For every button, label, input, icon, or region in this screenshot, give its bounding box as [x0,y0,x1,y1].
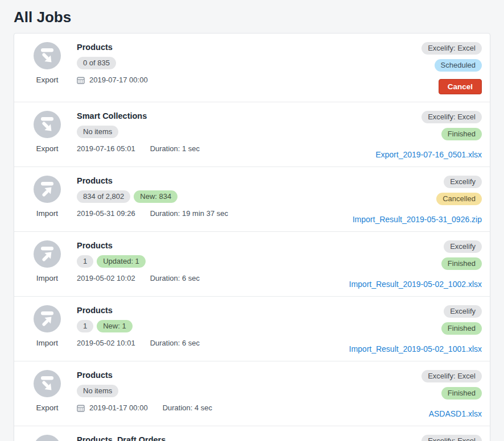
job-row: Export Products, Draft Orders 4 2019-01-… [14,426,490,441]
job-main-column: Products 0 of 835 2019-07-17 00:00 [77,41,422,94]
job-type-label: Export [36,403,58,412]
job-date-row: 2019-05-02 10:01 Duration: 6 sec [77,338,349,348]
count-badge: 0 of 835 [77,57,116,69]
job-right-column: Excelify Finished Import_Result_2019-05-… [349,304,482,353]
job-main-column: Products, Draft Orders 4 2019-01-16 00:0… [77,434,375,441]
status-badge: Finished [441,128,482,140]
job-main-column: Products No items 2019-01-17 00:00 Durat… [77,369,422,418]
count-badge: No items [77,126,118,138]
result-file-link[interactable]: ASDASD1.xlsx [429,409,482,418]
job-title: Products [77,176,353,185]
job-title: Smart Collections [77,111,375,120]
job-count-badges: 834 of 2,802New: 834 [77,190,353,203]
job-count-badges: 0 of 835 [77,57,422,69]
count-badge: 1 [77,255,93,268]
format-badge: Excelify [444,305,482,318]
job-row: Import Products 1New: 1 2019-05-02 10:01 [14,297,490,361]
job-icon-column: Import [27,239,68,289]
job-icon-column: Export [27,434,68,441]
format-badge: Excelify: Excel [422,435,482,441]
job-title: Products [77,371,422,380]
job-duration: Duration: 6 sec [150,339,200,347]
job-duration: Duration: 19 min 37 sec [150,209,228,218]
result-file-link[interactable]: Import_Result_2019-05-02_1002.xlsx [349,280,482,289]
export-arrow-icon [34,111,61,138]
job-main-column: Products 1Updated: 1 2019-05-02 10:02 Du… [77,239,349,289]
job-type-label: Import [36,339,58,347]
job-count-badges: 1New: 1 [77,320,349,332]
job-type-label: Export [36,144,58,153]
job-right-column: Excelify: Excel Finished ASDASD1.xlsx [422,369,482,418]
job-title: Products [77,43,422,52]
job-right-column: Excelify: Excel Finished Export_2019-01-… [375,434,482,441]
job-title: Products [77,241,349,250]
job-date-row: 2019-05-02 10:02 Duration: 6 sec [77,273,349,284]
import-arrow-icon [34,176,61,203]
job-type-label: Export [36,76,58,84]
export-arrow-icon [34,435,61,441]
job-datetime: 2019-05-02 10:01 [77,339,135,347]
job-date-row: 2019-07-16 05:01 Duration: 1 sec [77,143,375,154]
status-badge: Cancelled [436,193,482,205]
export-arrow-icon [34,42,61,69]
job-right-column: Excelify: Excel Finished Export_2019-07-… [375,110,482,159]
calendar-icon [77,404,85,412]
format-badge: Excelify: Excel [422,370,482,382]
count-badge: 834 of 2,802 [77,190,130,203]
result-file-link[interactable]: Import_Result_2019-05-31_0926.zip [353,215,482,224]
job-datetime: 2019-05-31 09:26 [77,209,135,218]
job-main-column: Products 834 of 2,802New: 834 2019-05-31… [77,174,353,224]
job-right-column: Excelify: Excel Scheduled Cancel [422,41,482,94]
job-count-badges: No items [77,126,375,138]
job-datetime: 2019-05-02 10:02 [77,274,135,282]
count-badge: 1 [77,320,93,332]
count-badge: No items [77,385,118,397]
import-arrow-icon [34,240,61,268]
job-row: Export Smart Collections No items 2019-0… [14,102,490,167]
export-arrow-icon [34,370,61,397]
job-right-column: Excelify Cancelled Import_Result_2019-05… [353,174,482,224]
job-icon-column: Import [27,304,68,353]
job-datetime: 2019-01-17 00:00 [89,403,148,412]
job-title: Products, Draft Orders [77,435,375,441]
job-main-column: Products 1New: 1 2019-05-02 10:01 Durati… [77,304,349,353]
result-file-link[interactable]: Import_Result_2019-05-02_1001.xlsx [349,344,482,353]
format-badge: Excelify: Excel [422,111,482,123]
job-duration: Duration: 4 sec [163,403,212,412]
job-row: Export Products No items 2019-01-17 00:0… [14,361,490,426]
format-badge: Excelify [444,240,482,253]
job-type-label: Import [36,274,58,282]
format-badge: Excelify: Excel [422,42,482,55]
job-date-row: 2019-01-17 00:00 Duration: 4 sec [77,402,422,413]
job-row: Import Products 1Updated: 1 2019-05-02 1… [14,232,490,297]
job-main-column: Smart Collections No items 2019-07-16 05… [77,110,375,159]
cancel-button[interactable]: Cancel [439,79,482,94]
job-duration: Duration: 1 sec [150,144,200,153]
status-badge: Finished [441,257,482,270]
job-row: Export Products 0 of 835 2019-07-17 00:0… [14,34,490,102]
job-icon-column: Export [27,41,68,94]
status-badge: Finished [441,387,482,400]
job-icon-column: Export [27,110,68,159]
count-badge: Updated: 1 [97,255,146,268]
status-badge: Finished [441,322,482,335]
job-row: Import Products 834 of 2,802New: 834 201… [14,167,490,232]
job-datetime: 2019-07-17 00:00 [89,76,148,84]
job-count-badges: 1Updated: 1 [77,255,349,268]
job-type-label: Import [36,209,58,218]
calendar-icon [77,76,85,84]
page-title: All Jobs [14,9,504,26]
import-arrow-icon [34,305,61,332]
job-date-row: 2019-05-31 09:26 Duration: 19 min 37 sec [77,208,353,219]
result-file-link[interactable]: Export_2019-07-16_0501.xlsx [375,150,482,159]
job-date-row: 2019-07-17 00:00 [77,74,422,85]
job-right-column: Excelify Finished Import_Result_2019-05-… [349,239,482,289]
job-icon-column: Import [27,174,68,224]
job-count-badges: No items [77,385,422,397]
count-badge: New: 834 [134,190,177,203]
status-badge: Scheduled [435,59,482,72]
job-datetime: 2019-07-16 05:01 [77,144,135,153]
job-icon-column: Export [27,369,68,418]
format-badge: Excelify [444,176,482,188]
jobs-list: Export Products 0 of 835 2019-07-17 00:0… [14,33,490,441]
